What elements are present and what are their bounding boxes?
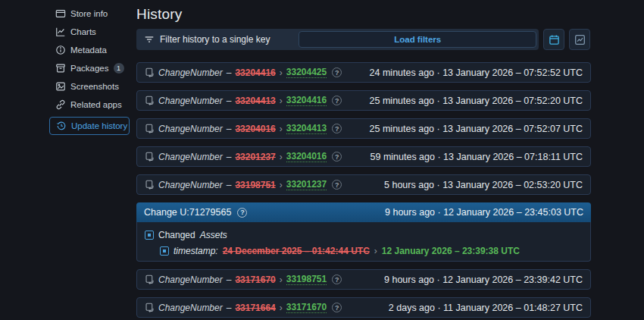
change-key: ChangeNumber (158, 303, 223, 313)
collapse-toggle-icon[interactable] (160, 246, 169, 256)
diff-icon (145, 67, 155, 77)
dash-separator: – (227, 152, 232, 162)
change-summary: ChangeNumber– 33204413 › 33204416 ? (145, 95, 342, 106)
link-icon (55, 99, 66, 110)
sidebar-item-label: Related apps (70, 100, 122, 109)
old-value: 33171670 (235, 275, 275, 285)
change-timestamp: 25 minutes ago · 13 January 2026 – 07:52… (370, 96, 583, 106)
help-icon[interactable]: ? (332, 275, 342, 284)
expanded-change-title: Change U:71279565 (144, 207, 231, 218)
change-key: ChangeNumber (158, 96, 223, 106)
dash-separator: – (227, 96, 232, 106)
new-value[interactable]: 33204413 (286, 123, 327, 134)
calendar-button[interactable] (543, 29, 564, 50)
field-name: timestamp: (174, 246, 218, 256)
new-value[interactable]: 33204416 (286, 95, 327, 106)
changed-label: Changed (158, 230, 195, 240)
history-row[interactable]: ChangeNumber– 33171664 › 33171670 ? 2 da… (136, 297, 591, 318)
sidebar-item-screenshots[interactable]: Screenshots (49, 80, 130, 93)
help-icon[interactable]: ? (332, 303, 342, 312)
history-list: ChangeNumber– 33204416 › 33204425 ? 24 m… (136, 62, 591, 318)
help-icon[interactable]: ? (332, 124, 342, 133)
change-summary: ChangeNumber– 33204416 › 33204425 ? (145, 67, 342, 78)
chart-view-button[interactable] (569, 29, 590, 50)
change-summary: ChangeNumber– 33171670 › 33198751 ? (145, 274, 342, 285)
old-value: 33204016 (235, 124, 275, 134)
new-value[interactable]: 33201237 (286, 179, 327, 190)
old-value: 33171664 (235, 303, 275, 313)
collapse-toggle-icon[interactable] (145, 231, 154, 240)
info-circle-icon (55, 45, 66, 55)
sidebar-item-related-apps[interactable]: Related apps (49, 99, 130, 111)
sidebar-item-update-history[interactable]: Update history (49, 117, 130, 135)
changed-target: Assets (200, 230, 227, 240)
history-row[interactable]: ChangeNumber– 33204416 › 33204425 ? 24 m… (136, 62, 591, 83)
diff-icon (145, 303, 155, 312)
help-icon[interactable]: ? (237, 208, 247, 218)
change-summary: ChangeNumber– 33171664 › 33171670 ? (145, 302, 342, 313)
dash-separator: – (227, 275, 232, 285)
change-timestamp: 24 minutes ago · 13 January 2026 – 07:52… (370, 67, 583, 78)
history-row[interactable]: ChangeNumber– 33204016 › 33204413 ? 25 m… (136, 118, 591, 139)
dash-separator: – (227, 67, 232, 78)
help-icon[interactable]: ? (332, 152, 342, 162)
arrow-separator: › (280, 67, 283, 78)
arrow-separator: › (280, 180, 283, 190)
packages-badge: 1 (114, 63, 124, 74)
history-row[interactable]: ChangeNumber– 33198751 › 33201237 ? 5 ho… (136, 174, 591, 195)
diff-icon (145, 96, 155, 105)
history-row[interactable]: ChangeNumber– 33201237 › 33204016 ? 59 m… (136, 146, 591, 167)
expanded-change-body: Changed Assets timestamp: 24 December 20… (136, 222, 591, 262)
new-value[interactable]: 33204425 (286, 67, 327, 78)
sidebar-item-label: Screenshots (70, 82, 119, 91)
load-filters-button[interactable]: Load filters (299, 31, 536, 48)
change-timestamp: 59 minutes ago · 13 January 2026 – 07:18… (370, 152, 583, 162)
new-value[interactable]: 33198751 (286, 274, 327, 285)
sidebar-item-label: Charts (70, 27, 96, 36)
old-value: 33198751 (235, 180, 275, 190)
sidebar-item-label: Metadata (70, 45, 107, 55)
expanded-change-header[interactable]: Change U:71279565 ? 9 hours ago · 12 Jan… (136, 202, 591, 222)
sidebar-item-label: Store info (70, 9, 108, 18)
filter-group: Filter history to a single key Load filt… (136, 29, 539, 50)
changed-field-line: timestamp: 24 December 2025 – 01:42:44 U… (160, 244, 583, 258)
old-value: 24 December 2025 – 01:42:44 UTC (223, 246, 370, 256)
change-timestamp: 25 minutes ago · 13 January 2026 – 07:52… (370, 124, 583, 134)
help-icon[interactable]: ? (332, 67, 342, 77)
change-summary: ChangeNumber– 33198751 › 33201237 ? (145, 179, 342, 190)
help-icon[interactable]: ? (332, 96, 342, 105)
diff-icon (145, 180, 155, 190)
chart-icon (574, 34, 586, 45)
history-row[interactable]: ChangeNumber– 33204413 › 33204416 ? 25 m… (136, 90, 591, 111)
sidebar-item-label: Update history (71, 121, 127, 130)
change-timestamp: 9 hours ago · 12 January 2026 – 23:45:03… (385, 207, 583, 218)
sidebar-item-packages[interactable]: Packages 1 (49, 62, 130, 74)
new-value[interactable]: 33204016 (286, 151, 327, 162)
history-row[interactable]: ChangeNumber– 33171670 › 33198751 ? 9 ho… (136, 269, 591, 290)
sidebar-item-store-info[interactable]: Store info (49, 8, 130, 20)
arrow-separator: › (280, 275, 283, 285)
change-key: ChangeNumber (158, 152, 223, 162)
diff-icon (145, 124, 155, 133)
diff-icon (145, 152, 155, 162)
changed-group-line: Changed Assets (145, 228, 583, 242)
sidebar-item-label: Packages (70, 64, 109, 73)
history-clock-icon (56, 121, 67, 131)
filter-icon (144, 34, 155, 45)
sidebar-item-metadata[interactable]: Metadata (49, 44, 130, 56)
arrow-separator: › (374, 246, 377, 256)
sidebar-item-charts[interactable]: Charts (49, 26, 130, 38)
image-icon (55, 81, 66, 92)
change-timestamp: 9 hours ago · 12 January 2026 – 23:39:42… (384, 275, 583, 285)
app-sidebar: Store info Charts Metadata Packages 1 Sc… (49, 8, 130, 141)
old-value: 33201237 (235, 152, 275, 162)
new-value[interactable]: 33171670 (286, 302, 327, 313)
help-icon[interactable]: ? (332, 180, 342, 190)
dash-separator: – (227, 303, 232, 313)
filter-label: Filter history to a single key (160, 34, 270, 45)
old-value: 33204413 (235, 96, 275, 106)
change-timestamp: 5 hours ago · 13 January 2026 – 02:53:20… (384, 180, 583, 190)
package-icon (55, 63, 66, 74)
change-key: ChangeNumber (158, 67, 223, 78)
expanded-change: Change U:71279565 ? 9 hours ago · 12 Jan… (136, 202, 591, 262)
